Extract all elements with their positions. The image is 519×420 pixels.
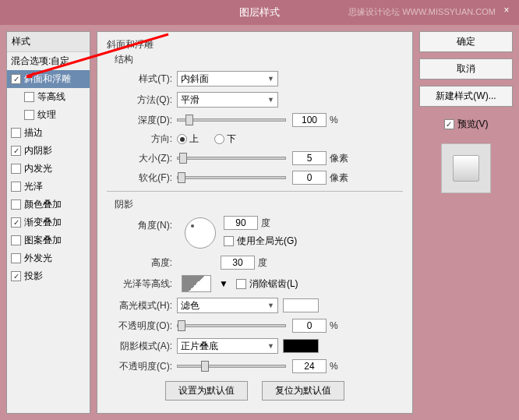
soften-label: 软化(F): [107,171,177,185]
panel-title: 斜面和浮雕 [107,38,403,51]
effect-checkbox[interactable] [24,110,34,120]
sidebar-item-label: 描边 [24,126,43,139]
titlebar: 图层样式 思缘设计论坛 WWW.MISSYUAN.COM × [0,0,519,25]
shadow-mode-label: 阴影模式(A): [107,340,177,353]
angle-input[interactable]: 90 [224,216,258,230]
sidebar-item-0[interactable]: ✓斜面和浮雕 [7,70,90,88]
direction-down-radio[interactable] [214,134,224,144]
sidebar-item-label: 外发光 [24,252,52,265]
chevron-down-icon: ▼ [267,96,274,104]
effect-checkbox[interactable] [11,199,21,210]
highlight-opacity-slider[interactable] [177,324,286,327]
right-column: 确定 取消 新建样式(W)... ✓预览(V) [419,31,513,414]
size-label: 大小(Z): [107,152,177,165]
chevron-down-icon: ▼ [267,302,274,309]
sidebar-item-5[interactable]: 内发光 [7,160,90,178]
sidebar-item-6[interactable]: 光泽 [7,178,90,196]
close-icon[interactable]: × [500,5,513,17]
size-input[interactable]: 5 [292,151,327,165]
contour-label: 光泽等高线: [107,277,177,291]
altitude-input[interactable]: 30 [221,256,255,270]
direction-up-radio[interactable] [177,134,187,144]
reset-default-button[interactable]: 复位为默认值 [262,381,344,401]
highlight-mode-label: 高光模式(H): [107,299,177,312]
sidebar-item-11[interactable]: ✓投影 [7,267,90,285]
technique-label: 方法(Q): [107,94,177,107]
new-style-button[interactable]: 新建样式(W)... [419,86,513,107]
blend-options[interactable]: 混合选项:自定 [7,52,90,70]
sidebar-item-1[interactable]: 等高线 [7,88,90,106]
angle-dial[interactable] [185,217,216,249]
sidebar-item-label: 渐变叠加 [24,216,62,229]
effect-checkbox[interactable] [11,128,21,138]
chevron-down-icon[interactable]: ▼ [219,278,228,289]
shadow-opacity-label: 不透明度(C): [107,360,177,373]
sidebar-item-label: 光泽 [24,180,43,193]
styles-sidebar: 样式 混合选项:自定 ✓斜面和浮雕等高线纹理描边✓内阴影内发光光泽颜色叠加✓渐变… [6,31,90,414]
sidebar-item-label: 内阴影 [24,144,52,157]
settings-panel: 斜面和浮雕 结构 样式(T): 内斜面▼ 方法(Q): 平滑▼ 深度(D): 1… [97,31,413,414]
contour-picker[interactable] [182,275,211,292]
soften-input[interactable]: 0 [292,171,327,185]
depth-slider[interactable] [177,118,286,122]
effect-checkbox[interactable] [11,182,21,192]
highlight-mode-select[interactable]: 滤色▼ [177,298,278,313]
sidebar-item-4[interactable]: ✓内阴影 [7,142,90,160]
effect-checkbox[interactable] [11,235,21,245]
shadow-opacity-input[interactable]: 24 [292,359,327,373]
antialias-checkbox[interactable] [236,279,246,289]
effect-checkbox[interactable]: ✓ [11,271,21,281]
effect-checkbox[interactable]: ✓ [11,217,21,228]
make-default-button[interactable]: 设置为默认值 [165,381,248,401]
highlight-color[interactable] [283,298,319,312]
global-light-checkbox[interactable] [224,236,234,246]
preview-swatch [441,143,491,193]
struct-title: 结构 [115,53,403,66]
size-slider[interactable] [177,157,286,160]
sidebar-item-label: 斜面和浮雕 [24,72,71,86]
sidebar-item-label: 图案叠加 [24,234,62,247]
sidebar-item-3[interactable]: 描边 [7,124,90,142]
shadow-mode-select[interactable]: 正片叠底▼ [177,338,278,354]
effect-checkbox[interactable] [11,253,21,263]
effect-checkbox[interactable]: ✓ [11,74,21,84]
sidebar-header: 样式 [7,32,90,52]
style-select[interactable]: 内斜面▼ [177,71,278,86]
highlight-opacity-input[interactable]: 0 [292,319,327,333]
sidebar-item-10[interactable]: 外发光 [7,249,90,267]
preview-checkbox[interactable]: ✓ [444,119,454,129]
watermark: 思缘设计论坛 WWW.MISSYUAN.COM [348,6,496,18]
chevron-down-icon: ▼ [267,342,274,350]
soften-slider[interactable] [177,176,286,179]
chevron-down-icon: ▼ [267,75,274,83]
sidebar-item-9[interactable]: 图案叠加 [7,231,90,249]
cancel-button[interactable]: 取消 [419,58,513,79]
effect-checkbox[interactable] [24,92,34,102]
sidebar-item-2[interactable]: 纹理 [7,106,90,124]
technique-select[interactable]: 平滑▼ [177,92,278,108]
sidebar-item-8[interactable]: ✓渐变叠加 [7,214,90,231]
sidebar-item-label: 颜色叠加 [24,198,62,211]
shadow-opacity-slider[interactable] [177,365,286,368]
direction-label: 方向: [107,132,177,146]
sidebar-item-label: 投影 [24,270,43,283]
depth-input[interactable]: 100 [292,113,327,127]
sidebar-item-label: 内发光 [24,162,52,175]
sidebar-item-label: 纹理 [37,108,56,122]
style-label: 样式(T): [107,72,177,86]
sidebar-item-7[interactable]: 颜色叠加 [7,196,90,214]
shading-title: 阴影 [115,198,403,211]
highlight-opacity-label: 不透明度(O): [107,319,177,333]
altitude-label: 高度: [107,256,177,270]
effect-checkbox[interactable] [11,164,21,174]
depth-label: 深度(D): [107,114,177,127]
ok-button[interactable]: 确定 [419,31,513,52]
window-title: 图层样式 [239,5,280,19]
shadow-color[interactable] [283,339,319,353]
effect-checkbox[interactable]: ✓ [11,146,21,156]
sidebar-item-label: 等高线 [37,90,65,104]
angle-label: 角度(N): [107,216,177,232]
